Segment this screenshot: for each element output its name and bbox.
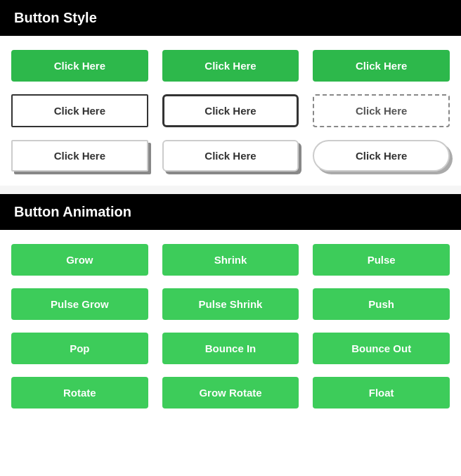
btn-grow-rotate[interactable]: Grow Rotate <box>162 377 299 409</box>
btn-filled-1[interactable]: Click Here <box>11 50 148 82</box>
button-style-header: Button Style <box>0 0 461 36</box>
btn-shadow-pill[interactable]: Click Here <box>313 140 450 172</box>
btn-bounce-in[interactable]: Bounce In <box>162 333 299 364</box>
button-style-grid: Click Here Click Here Click Here Click H… <box>11 50 450 172</box>
btn-shadow-medium[interactable]: Click Here <box>162 140 299 172</box>
button-animation-grid: Grow Shrink Pulse Pulse Grow Pulse Shrin… <box>11 244 450 409</box>
btn-outline-dotted[interactable]: Click Here <box>313 94 450 127</box>
section-separator <box>0 186 461 194</box>
btn-pulse-shrink[interactable]: Pulse Shrink <box>162 288 299 320</box>
btn-pulse[interactable]: Pulse <box>313 244 450 276</box>
button-animation-section: Button Animation Grow Shrink Pulse Pulse… <box>0 194 461 423</box>
btn-pulse-grow[interactable]: Pulse Grow <box>11 288 148 320</box>
btn-outline-sharp[interactable]: Click Here <box>11 94 148 127</box>
btn-rotate[interactable]: Rotate <box>11 377 148 409</box>
btn-float[interactable]: Float <box>313 377 450 409</box>
btn-push[interactable]: Push <box>313 288 450 320</box>
btn-shrink[interactable]: Shrink <box>162 244 299 276</box>
btn-filled-2[interactable]: Click Here <box>162 50 299 82</box>
btn-pop[interactable]: Pop <box>11 333 148 364</box>
btn-outline-medium[interactable]: Click Here <box>162 94 299 127</box>
btn-grow[interactable]: Grow <box>11 244 148 276</box>
button-style-section: Button Style Click Here Click Here Click… <box>0 0 461 186</box>
button-animation-header: Button Animation <box>0 194 461 230</box>
btn-shadow-sharp[interactable]: Click Here <box>11 140 148 172</box>
btn-bounce-out[interactable]: Bounce Out <box>313 333 450 364</box>
btn-filled-3[interactable]: Click Here <box>313 50 450 82</box>
